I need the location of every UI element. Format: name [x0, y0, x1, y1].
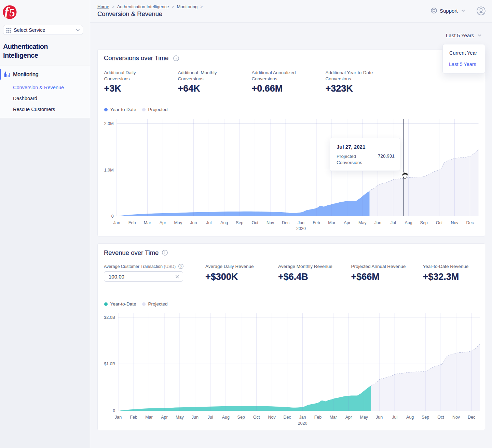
svg-text:Jan: Jan — [115, 415, 122, 420]
svg-text:Nov: Nov — [452, 415, 460, 420]
svg-text:Mar: Mar — [330, 415, 337, 420]
svg-text:Apr: Apr — [345, 415, 352, 420]
svg-text:Jul: Jul — [391, 220, 396, 225]
svg-text:Nov: Nov — [451, 220, 459, 225]
svg-text:Jun: Jun — [190, 220, 197, 225]
svg-text:0: 0 — [113, 408, 115, 413]
svg-text:Jan: Jan — [299, 415, 306, 420]
svg-text:Aug: Aug — [406, 415, 414, 420]
svg-text:Feb: Feb — [314, 415, 322, 420]
svg-text:Jun: Jun — [376, 415, 383, 420]
svg-text:Jun: Jun — [192, 415, 199, 420]
svg-text:Jan: Jan — [113, 220, 120, 225]
svg-text:Sep: Sep — [236, 220, 243, 225]
svg-text:5: 5 — [9, 6, 15, 19]
svg-text:2020: 2020 — [298, 421, 308, 426]
svg-text:Feb: Feb — [128, 220, 136, 225]
svg-text:Jun: Jun — [374, 220, 381, 225]
svg-text:Jan: Jan — [298, 220, 304, 225]
svg-text:Nov: Nov — [268, 415, 276, 420]
svg-text:Oct: Oct — [251, 220, 258, 225]
svg-text:May: May — [176, 415, 184, 420]
svg-text:Mar: Mar — [144, 220, 151, 225]
svg-text:Dec: Dec — [466, 220, 474, 225]
svg-text:Apr: Apr — [344, 220, 350, 225]
svg-text:Jul: Jul — [206, 220, 211, 225]
svg-text:Sep: Sep — [420, 220, 427, 225]
svg-text:Dec: Dec — [468, 415, 475, 420]
svg-text:Oct: Oct — [253, 415, 260, 420]
svg-text:Dec: Dec — [282, 220, 289, 225]
svg-text:Oct: Oct — [436, 220, 443, 225]
svg-text:Aug: Aug — [405, 220, 412, 225]
svg-text:?: ? — [180, 264, 182, 268]
svg-text:Jul: Jul — [392, 415, 397, 420]
svg-text:May: May — [174, 220, 182, 225]
svg-text:May: May — [360, 415, 368, 420]
svg-text:Mar: Mar — [328, 220, 336, 225]
svg-text:Dec: Dec — [283, 415, 291, 420]
svg-text:2020: 2020 — [296, 226, 306, 231]
svg-text:Feb: Feb — [130, 415, 137, 420]
svg-text:Oct: Oct — [437, 415, 444, 420]
svg-text:1.0M: 1.0M — [104, 168, 114, 173]
svg-text:Aug: Aug — [220, 220, 228, 225]
svg-text:Sep: Sep — [237, 415, 245, 420]
svg-text:Feb: Feb — [313, 220, 320, 225]
svg-text:0: 0 — [111, 214, 114, 219]
svg-text:$1.0B: $1.0B — [104, 362, 115, 366]
svg-text:Apr: Apr — [160, 220, 166, 225]
svg-text:$2.0B: $2.0B — [104, 315, 115, 320]
svg-text:Sep: Sep — [422, 415, 429, 420]
svg-text:Apr: Apr — [161, 415, 167, 420]
svg-text:Nov: Nov — [266, 220, 274, 225]
svg-text:May: May — [358, 220, 367, 225]
svg-text:Aug: Aug — [222, 415, 230, 420]
svg-text:2.0M: 2.0M — [104, 121, 114, 126]
svg-text:Jul: Jul — [208, 415, 213, 420]
svg-text:Mar: Mar — [145, 415, 153, 420]
